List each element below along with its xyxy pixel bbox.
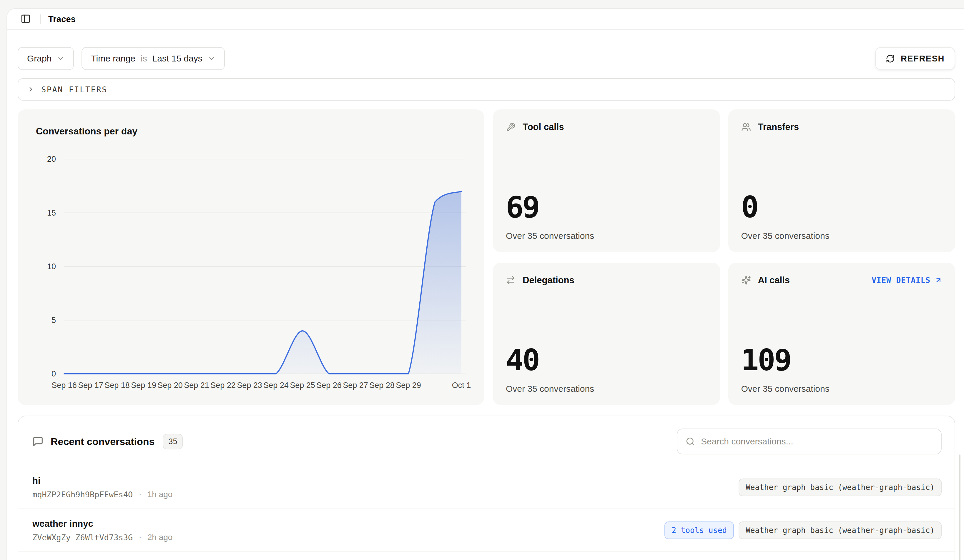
panel-left-icon [21,14,31,25]
metric-card-transfers: Transfers 0 Over 35 conversations [728,109,956,252]
svg-text:Sep 16: Sep 16 [52,381,77,390]
conversations-area-chart: 05101520Sep 16Sep 17Sep 18Sep 19Sep 20Se… [29,141,472,392]
chevron-down-icon [208,55,215,62]
metric-subtitle: Over 35 conversations [506,231,707,241]
metric-subtitle: Over 35 conversations [506,384,707,394]
page-title: Traces [48,15,76,24]
message-square-icon [33,436,44,447]
wrench-icon [506,122,516,132]
agent-tag: Weather graph basic (weather-graph-basic… [739,479,942,496]
metric-title: Delegations [523,275,575,286]
metric-subtitle: Over 35 conversations [741,231,943,241]
conversation-time: 2h ago [147,532,173,542]
metric-title: Tool calls [523,122,564,132]
view-details-label: VIEW DETAILS [871,276,930,285]
divider [40,15,41,24]
conversation-row[interactable]: hi mqHZP2EGh9h9BpFEwEs4O · 1h ago Weathe… [18,466,954,509]
graph-dropdown-label: Graph [27,54,52,63]
conversation-count-badge: 35 [163,434,183,450]
svg-text:Sep 25: Sep 25 [290,381,315,390]
svg-text:Sep 27: Sep 27 [343,381,368,390]
svg-text:Sep 24: Sep 24 [263,381,289,390]
search-box [677,429,942,454]
graph-dropdown[interactable]: Graph [18,47,74,70]
metric-card-tool-calls: Tool calls 69 Over 35 conversations [493,109,720,252]
users-icon [741,122,751,132]
conversations-chart-card: Conversations per day 05101520Sep 16Sep … [18,109,484,405]
dot-separator: · [138,532,141,542]
conversation-title: hi [33,476,173,486]
conversation-id: ZVeWXgZy_Z6WltVd73s3G [33,533,133,542]
page-scrollbar[interactable] [959,454,961,560]
main-panel: Traces Graph Time range is Last 15 days [7,8,964,560]
svg-text:Sep 29: Sep 29 [396,381,421,390]
svg-text:Sep 21: Sep 21 [184,381,209,390]
svg-text:10: 10 [47,262,56,271]
conversation-row[interactable]: weather innyc ZVeWXgZy_Z6WltVd73s3G · 2h… [18,509,954,552]
filter-row: Graph Time range is Last 15 days REFRESH [18,47,955,70]
conversation-title: weather innyc [33,519,173,529]
span-filters-expander[interactable]: SPAN FILTERS [18,78,955,101]
chevron-right-icon [27,86,35,93]
metric-card-ai-calls: AI calls VIEW DETAILS 109 Over 35 conver… [728,263,956,405]
dashboard-grid: Conversations per day 05101520Sep 16Sep … [18,109,955,405]
chevron-down-icon [57,55,64,62]
svg-text:Sep 23: Sep 23 [237,381,262,390]
conversation-id: mqHZP2EGh9h9BpFEwEs4O [33,490,133,499]
metric-title: Transfers [758,122,799,132]
time-range-value: Last 15 days [152,54,202,63]
refresh-icon [886,54,895,63]
svg-text:Sep 22: Sep 22 [210,381,236,390]
agent-tag: Weather graph basic (weather-graph-basic… [739,521,942,539]
search-input[interactable] [701,437,933,446]
svg-text:0: 0 [52,369,56,378]
dot-separator: · [138,490,141,499]
sparkles-icon [741,275,751,285]
time-range-operator: is [141,54,147,63]
arrows-right-left-icon [506,275,516,285]
sidebar-toggle-button[interactable] [19,12,33,26]
tools-used-tag: 2 tools used [664,521,734,539]
time-range-dropdown[interactable]: Time range is Last 15 days [81,47,225,70]
metric-title: AI calls [758,275,790,286]
svg-text:Oct 1: Oct 1 [452,381,471,390]
content: Graph Time range is Last 15 days REFRESH [7,30,964,560]
svg-text:15: 15 [47,209,56,218]
arrow-up-right-icon [935,276,942,284]
svg-text:Sep 28: Sep 28 [369,381,395,390]
top-bar: Traces [7,9,964,30]
recent-conversations-panel: Recent conversations 35 hi mqHZP2EGh9h9B… [18,416,955,560]
svg-text:5: 5 [52,316,56,325]
time-range-field: Time range [91,54,135,63]
view-details-link[interactable]: VIEW DETAILS [871,276,942,285]
metric-value: 69 [506,193,707,222]
span-filters-label: SPAN FILTERS [41,85,107,94]
metric-value: 0 [741,193,943,222]
svg-text:Sep 26: Sep 26 [316,381,342,390]
recent-conversations-title: Recent conversations [50,436,155,447]
recent-conversations-header: Recent conversations 35 [18,416,954,466]
chart-title: Conversations per day [36,126,473,137]
metric-subtitle: Over 35 conversations [741,384,943,394]
svg-text:Sep 17: Sep 17 [78,381,103,390]
refresh-button[interactable]: REFRESH [875,47,955,70]
metric-card-delegations: Delegations 40 Over 35 conversations [493,263,720,405]
search-icon [686,437,695,446]
metric-cards: Tool calls 69 Over 35 conversations Tran… [493,109,955,405]
metric-value: 40 [506,346,707,375]
svg-text:Sep 19: Sep 19 [131,381,156,390]
refresh-label: REFRESH [901,54,944,63]
conversation-time: 1h ago [147,490,173,499]
svg-text:Sep 20: Sep 20 [158,381,183,390]
svg-text:20: 20 [47,155,56,164]
svg-text:Sep 18: Sep 18 [104,381,130,390]
metric-value: 109 [741,346,943,375]
